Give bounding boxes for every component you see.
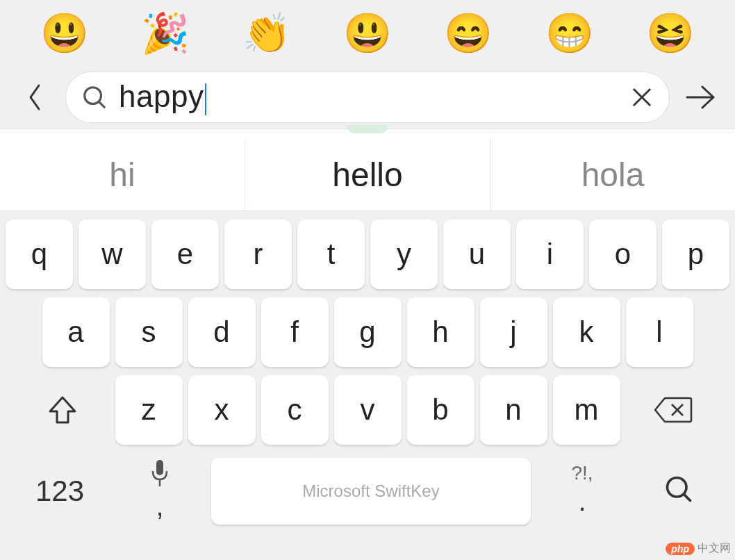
- word-suggestion-row: hi hello hola: [0, 138, 735, 211]
- emoji-suggestion[interactable]: 😃: [40, 14, 89, 53]
- emoji-suggestion-strip: 😃 🎉 👏 😃 😄 😁 😆: [0, 0, 735, 66]
- word-suggestion-right[interactable]: hola: [490, 138, 735, 211]
- close-icon: [630, 85, 654, 109]
- submit-button[interactable]: [679, 83, 721, 112]
- search-key[interactable]: [634, 474, 724, 509]
- key-f[interactable]: f: [261, 297, 329, 367]
- back-button[interactable]: [14, 83, 56, 112]
- divider: [0, 129, 735, 138]
- key-u[interactable]: u: [443, 220, 511, 289]
- microphone-icon: [150, 459, 170, 488]
- svg-line-10: [684, 494, 690, 500]
- search-input-value: happy: [119, 79, 204, 113]
- svg-rect-7: [156, 460, 163, 475]
- key-i[interactable]: i: [516, 220, 584, 289]
- key-w[interactable]: w: [79, 220, 146, 289]
- emoji-suggestion[interactable]: 😁: [545, 14, 594, 53]
- watermark-text: 中文网: [697, 541, 731, 556]
- key-o[interactable]: o: [589, 220, 656, 289]
- key-b[interactable]: b: [407, 375, 474, 445]
- key-y[interactable]: y: [370, 220, 438, 289]
- search-icon: [663, 474, 694, 504]
- key-v[interactable]: v: [334, 375, 402, 445]
- key-t[interactable]: t: [297, 220, 365, 289]
- emoji-suggestion[interactable]: 😆: [646, 14, 695, 53]
- backspace-key[interactable]: [626, 375, 720, 445]
- backspace-icon: [652, 395, 693, 425]
- period-key[interactable]: ?!, .: [534, 463, 631, 519]
- punctuation-hint: ?!,: [571, 463, 593, 483]
- search-icon: [81, 84, 108, 110]
- keyboard: q w e r t y u i o p a s d f g h j k l z …: [0, 211, 735, 529]
- text-caret: [205, 83, 206, 115]
- emoji-suggestion[interactable]: 👏: [242, 14, 291, 53]
- key-x[interactable]: x: [188, 375, 256, 445]
- key-row-2: a s d f g h j k l: [4, 297, 731, 367]
- key-c[interactable]: c: [261, 375, 329, 445]
- search-input[interactable]: happy: [119, 79, 619, 115]
- emoji-suggestion[interactable]: 😄: [444, 14, 493, 53]
- key-h[interactable]: h: [407, 297, 474, 367]
- key-a[interactable]: a: [42, 297, 110, 367]
- search-row: happy: [0, 66, 735, 129]
- arrow-right-icon: [684, 83, 716, 112]
- key-k[interactable]: k: [553, 297, 620, 367]
- key-z[interactable]: z: [115, 375, 183, 445]
- key-l[interactable]: l: [626, 297, 693, 367]
- watermark: php 中文网: [666, 541, 731, 556]
- key-r[interactable]: r: [224, 220, 292, 289]
- search-box[interactable]: happy: [65, 72, 670, 123]
- comma-label: ,: [156, 492, 163, 520]
- mode-toggle-key[interactable]: 123: [11, 475, 108, 508]
- shift-key[interactable]: [16, 375, 110, 445]
- key-e[interactable]: e: [151, 220, 219, 289]
- word-suggestion-left[interactable]: hi: [0, 138, 245, 211]
- emoji-suggestion[interactable]: 😃: [343, 14, 392, 53]
- key-row-1: q w e r t y u i o p: [4, 220, 731, 289]
- key-d[interactable]: d: [188, 297, 256, 367]
- clear-button[interactable]: [630, 85, 654, 109]
- chevron-left-icon: [26, 83, 43, 112]
- key-g[interactable]: g: [334, 297, 402, 367]
- shift-icon: [46, 393, 79, 427]
- mic-key[interactable]: ,: [111, 459, 208, 524]
- spacebar-key[interactable]: Microsoft SwiftKey: [211, 458, 531, 525]
- key-n[interactable]: n: [480, 375, 547, 445]
- word-suggestion-center[interactable]: hello: [245, 138, 490, 211]
- key-j[interactable]: j: [480, 297, 547, 367]
- key-q[interactable]: q: [6, 220, 73, 289]
- period-label: .: [578, 487, 586, 515]
- key-row-bottom: 123 , Microsoft SwiftKey ?!, .: [4, 453, 731, 529]
- key-p[interactable]: p: [662, 220, 729, 289]
- key-row-3: z x c v b n m: [4, 375, 731, 445]
- key-m[interactable]: m: [553, 375, 620, 445]
- emoji-suggestion[interactable]: 🎉: [141, 14, 190, 53]
- svg-line-1: [99, 101, 104, 107]
- watermark-pill: php: [666, 543, 695, 555]
- key-s[interactable]: s: [115, 297, 183, 367]
